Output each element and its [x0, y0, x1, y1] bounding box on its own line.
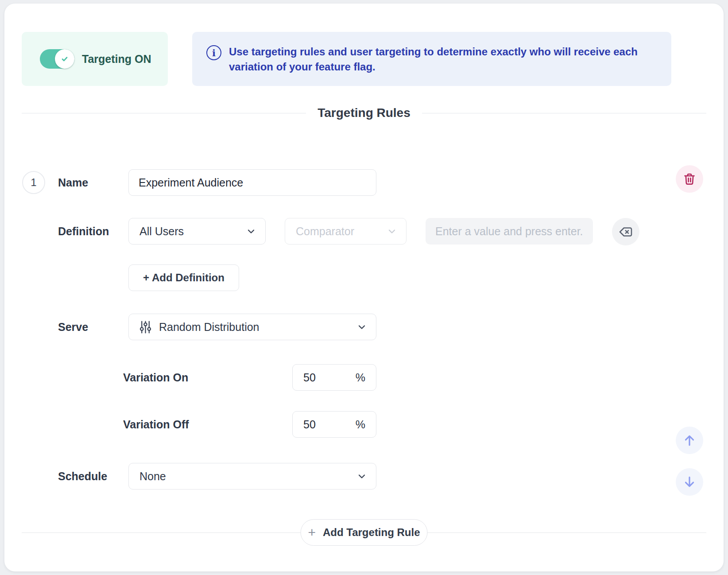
schedule-select[interactable]: None — [128, 463, 376, 490]
heading-divider-left — [22, 113, 306, 113]
heading-divider-right — [422, 113, 706, 113]
move-rule-down-button[interactable] — [676, 468, 703, 496]
add-targeting-rule-label: Add Targeting Rule — [323, 526, 420, 539]
targeting-toggle[interactable] — [40, 49, 74, 69]
variation-on-unit: % — [356, 371, 365, 384]
section-title: Targeting Rules — [318, 106, 410, 120]
plus-icon: + — [308, 526, 316, 539]
toggle-knob — [55, 49, 74, 69]
property-select[interactable]: All Users — [128, 218, 266, 245]
targeting-card: Targeting ON i Use targeting rules and u… — [4, 4, 724, 571]
chevron-down-icon — [387, 226, 397, 237]
section-heading: Targeting Rules — [22, 105, 706, 121]
serve-label: Serve — [58, 314, 88, 340]
variation-off-unit: % — [356, 418, 365, 431]
definition-value-input[interactable] — [426, 218, 593, 245]
info-banner-text: Use targeting rules and user targeting t… — [229, 44, 667, 74]
variation-off-input[interactable] — [303, 418, 334, 431]
page-background: Targeting ON i Use targeting rules and u… — [0, 0, 728, 575]
chevron-down-icon — [246, 226, 256, 237]
info-banner: i Use targeting rules and user targeting… — [192, 32, 671, 86]
variation-on-field: % — [292, 364, 376, 391]
definition-label: Definition — [58, 218, 109, 245]
property-select-value: All Users — [139, 225, 184, 238]
arrow-down-icon — [682, 474, 697, 490]
info-icon: i — [206, 45, 221, 60]
backspace-icon — [619, 226, 633, 237]
comparator-select-placeholder: Comparator — [296, 225, 354, 238]
variation-off-label: Variation Off — [123, 411, 189, 438]
rule-number-badge: 1 — [22, 171, 45, 194]
name-label: Name — [58, 169, 88, 196]
rule-name-input[interactable] — [128, 169, 376, 196]
add-definition-button[interactable]: + Add Definition — [128, 264, 239, 291]
check-icon — [60, 54, 70, 64]
trash-icon — [683, 172, 696, 186]
schedule-select-value: None — [139, 470, 166, 483]
serve-select[interactable]: Random Distribution — [128, 314, 376, 340]
sliders-icon — [139, 320, 151, 334]
add-targeting-rule-button[interactable]: + Add Targeting Rule — [301, 519, 428, 546]
targeting-toggle-label: Targeting ON — [82, 53, 151, 66]
targeting-toggle-panel: Targeting ON — [22, 32, 168, 86]
variation-on-label: Variation On — [123, 364, 188, 391]
variation-off-field: % — [292, 411, 376, 438]
schedule-label: Schedule — [58, 463, 107, 490]
variation-on-input[interactable] — [303, 371, 334, 384]
move-rule-up-button[interactable] — [676, 427, 703, 454]
clear-value-button[interactable] — [612, 218, 639, 245]
arrow-up-icon — [682, 433, 697, 448]
chevron-down-icon — [356, 322, 367, 332]
comparator-select[interactable]: Comparator — [285, 218, 407, 245]
chevron-down-icon — [356, 471, 367, 482]
serve-select-value: Random Distribution — [159, 321, 259, 334]
delete-rule-button[interactable] — [676, 165, 703, 193]
